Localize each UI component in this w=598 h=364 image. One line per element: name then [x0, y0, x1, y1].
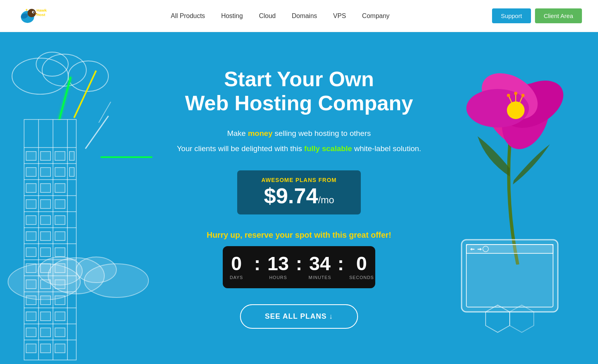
- svg-rect-56: [41, 248, 51, 257]
- days-label: DAYS: [230, 275, 243, 280]
- svg-rect-89: [466, 245, 553, 307]
- svg-rect-67: [26, 312, 36, 321]
- svg-rect-71: [41, 328, 51, 337]
- svg-rect-51: [55, 216, 65, 224]
- svg-rect-36: [41, 152, 51, 160]
- support-button[interactable]: Support: [492, 8, 531, 23]
- hours-value: 13: [267, 254, 289, 273]
- logo-area[interactable]: Hawk Host: [16, 4, 52, 28]
- svg-rect-44: [41, 184, 51, 192]
- svg-marker-94: [510, 305, 534, 332]
- nav-company[interactable]: Company: [362, 12, 389, 20]
- countdown-days: 0 DAYS: [222, 254, 251, 280]
- hours-label: HOURS: [269, 275, 287, 280]
- nav-hosting[interactable]: Hosting: [221, 12, 243, 20]
- minutes-value: 34: [309, 254, 330, 273]
- svg-point-17: [76, 257, 116, 283]
- svg-rect-60: [55, 264, 65, 273]
- svg-point-13: [8, 264, 80, 300]
- tablet-icon: ← →: [445, 232, 574, 344]
- hero-subtitle-1: Make money selling web hosting to others: [177, 127, 421, 140]
- svg-rect-42: [69, 168, 74, 176]
- svg-rect-72: [55, 328, 65, 337]
- countdown-timer: 0 DAYS : 13 HOURS : 34 MINUTES : 0 SECON…: [223, 246, 375, 288]
- svg-point-16: [38, 257, 82, 285]
- svg-rect-69: [55, 312, 65, 321]
- separator-2: :: [294, 253, 304, 275]
- cloud-bottom-left-icon: [4, 248, 153, 300]
- svg-rect-64: [26, 296, 36, 305]
- svg-rect-47: [41, 200, 51, 208]
- logo-icon: Hawk Host: [16, 4, 52, 28]
- svg-rect-18: [24, 119, 76, 360]
- svg-point-9: [12, 58, 68, 94]
- separator-1: :: [252, 253, 262, 275]
- svg-rect-45: [55, 184, 65, 192]
- svg-point-15: [84, 264, 148, 297]
- svg-text:Hawk: Hawk: [37, 8, 47, 12]
- svg-point-11: [68, 61, 108, 91]
- svg-rect-35: [26, 152, 36, 160]
- svg-rect-37: [55, 152, 65, 160]
- see-all-plans-button[interactable]: SEE ALL PLANS ↓: [240, 304, 358, 329]
- svg-marker-8: [25, 8, 28, 11]
- svg-rect-59: [41, 264, 51, 273]
- svg-rect-54: [55, 232, 65, 241]
- svg-rect-61: [26, 280, 36, 289]
- nav-vps[interactable]: VPS: [333, 12, 346, 20]
- minutes-label: MINUTES: [309, 275, 332, 280]
- separator-3: :: [336, 253, 346, 275]
- countdown-minutes: 34 MINUTES: [305, 254, 334, 280]
- svg-rect-48: [55, 200, 65, 208]
- svg-point-14: [48, 258, 104, 294]
- days-value: 0: [231, 254, 242, 273]
- cloud-top-left-icon: [8, 44, 120, 96]
- svg-rect-63: [55, 280, 65, 289]
- svg-rect-46: [26, 200, 36, 208]
- nav-domains[interactable]: Domains: [292, 12, 317, 20]
- price-band: AWESOME PLANS FROM $9.74/mo: [237, 170, 361, 214]
- svg-rect-74: [41, 344, 51, 353]
- nav-cloud[interactable]: Cloud: [259, 12, 276, 20]
- svg-point-85: [521, 94, 525, 97]
- lightning-green-icon: [59, 77, 71, 119]
- svg-marker-93: [486, 305, 510, 332]
- svg-point-78: [496, 71, 566, 138]
- svg-point-80: [466, 89, 529, 127]
- svg-rect-65: [41, 296, 51, 305]
- svg-point-79: [474, 64, 546, 129]
- nav-all-products[interactable]: All Products: [171, 12, 205, 20]
- svg-rect-41: [55, 168, 65, 176]
- svg-rect-53: [41, 232, 51, 241]
- scalable-highlight: fully scalable: [304, 144, 352, 153]
- svg-point-2: [28, 9, 36, 17]
- hero-title: Start Your Own Web Hosting Company: [177, 67, 421, 115]
- svg-rect-62: [41, 280, 51, 289]
- svg-point-87: [507, 94, 510, 97]
- price-label: AWESOME PLANS FROM: [261, 177, 337, 183]
- seconds-value: 0: [356, 254, 367, 273]
- svg-line-84: [520, 96, 523, 103]
- svg-rect-52: [26, 232, 36, 241]
- svg-rect-66: [55, 296, 65, 305]
- svg-rect-58: [26, 264, 36, 273]
- hero-section: ← → Start Your Own Web Hosting Company M…: [0, 32, 598, 364]
- svg-rect-50: [41, 216, 51, 224]
- svg-rect-68: [41, 312, 51, 321]
- svg-rect-90: [466, 245, 553, 253]
- lightning-yellow-icon: [73, 70, 97, 118]
- client-area-button[interactable]: Client Area: [535, 8, 582, 23]
- svg-point-4: [33, 11, 34, 12]
- svg-rect-43: [26, 184, 36, 192]
- hurry-text: Hurry up, reserve your spot with this gr…: [177, 231, 421, 240]
- svg-rect-73: [26, 344, 36, 353]
- diagonal-line-2: [98, 102, 111, 123]
- building-icon: [20, 115, 84, 364]
- svg-rect-88: [462, 240, 558, 312]
- countdown-hours: 13 HOURS: [264, 254, 293, 280]
- money-highlight: money: [248, 129, 273, 138]
- svg-point-83: [514, 92, 517, 95]
- countdown-seconds: 0 SECONDS: [347, 254, 376, 280]
- nav-links: All Products Hosting Cloud Domains VPS C…: [68, 12, 492, 20]
- nav-buttons: Support Client Area: [492, 8, 582, 23]
